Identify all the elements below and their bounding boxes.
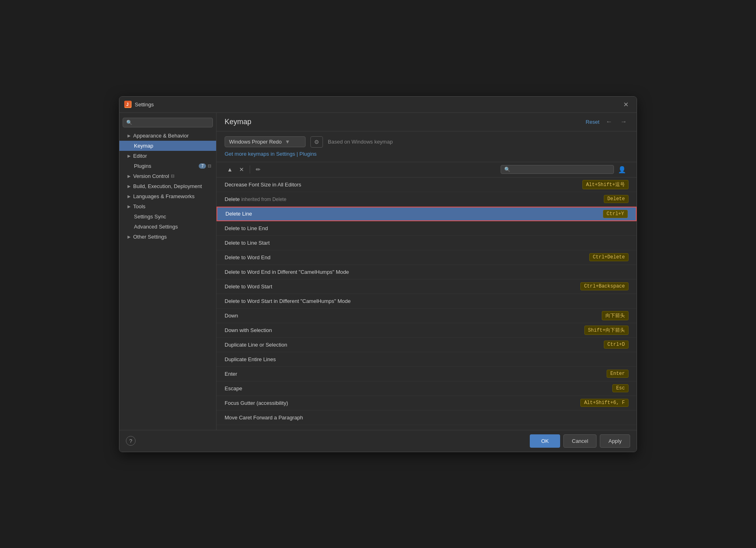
apply-button[interactable]: Apply <box>600 434 630 448</box>
keymap-list: Decrease Font Size in All Editors Alt+Sh… <box>217 178 637 430</box>
edit-button[interactable]: ✏ <box>253 165 263 174</box>
action-name: Delete to Word End in Different "CamelHu… <box>225 269 629 275</box>
sidebar-item-build[interactable]: ▶ Build, Execution, Deployment <box>119 181 216 191</box>
table-row[interactable]: Duplicate Line or Selection Ctrl+D <box>217 338 637 352</box>
action-name: Move Caret Forward a Paragraph <box>225 415 629 421</box>
sidebar-item-plugins[interactable]: Plugins 7 ⊟ <box>119 161 216 171</box>
sidebar-item-keymap[interactable]: Keymap <box>119 141 216 151</box>
table-row[interactable]: Delete to Word End in Different "CamelHu… <box>217 265 637 279</box>
vc-panel-icon: ⊟ <box>171 173 174 179</box>
app-icon: J <box>124 101 132 108</box>
sidebar-item-advanced-settings[interactable]: Advanced Settings <box>119 222 216 232</box>
help-button[interactable]: ? <box>126 436 136 446</box>
settings-dialog: J Settings ✕ 🔍 ▶ Appearance & Behavior K… <box>119 96 637 452</box>
expand-arrow-languages: ▶ <box>127 194 131 199</box>
shortcut-badge: Ctrl+Backspace <box>580 282 629 290</box>
action-name: Delete to Line End <box>225 225 629 231</box>
plugins-label: Plugins <box>134 163 151 169</box>
inherited-label: inherited from Delete <box>241 197 286 202</box>
sidebar-item-label: Appearance & Behavior <box>133 133 189 139</box>
table-row[interactable]: Focus Gutter (accessibility) Alt+Shift+6… <box>217 396 637 410</box>
keymap-description: Based on Windows keymap <box>328 139 393 145</box>
main-content: 🔍 ▶ Appearance & Behavior Keymap ▶ Edito… <box>119 113 637 430</box>
right-panel: Keymap Reset ← → Windows Proper Redo ▼ ⚙… <box>217 113 637 430</box>
sidebar-item-settings-sync[interactable]: Settings Sync <box>119 212 216 222</box>
expand-arrow-other: ▶ <box>127 235 131 239</box>
languages-label: Languages & Frameworks <box>133 193 195 199</box>
table-row[interactable]: Delete inherited from Delete Delete <box>217 192 637 207</box>
table-row[interactable]: Delete to Line End <box>217 221 637 236</box>
keymap-controls: Windows Proper Redo ▼ ⚙ Based on Windows… <box>217 131 637 162</box>
action-name: Down with Selection <box>225 327 584 333</box>
shortcut-badge: Ctrl+Y <box>603 210 628 218</box>
expand-arrow-appearance: ▶ <box>127 133 131 138</box>
search-wrap: 🔍 <box>501 165 614 174</box>
table-row[interactable]: Delete to Line Start <box>217 236 637 250</box>
gear-button[interactable]: ⚙ <box>310 136 323 148</box>
get-more-link[interactable]: Get more keymaps in Settings | Plugins <box>225 151 316 157</box>
table-row[interactable]: Duplicate Entire Lines <box>217 352 637 367</box>
move-up-button[interactable]: ▲ <box>225 165 235 174</box>
action-name: Delete Line <box>225 211 603 217</box>
table-row[interactable]: Escape Esc <box>217 381 637 396</box>
action-name: Delete to Word Start <box>225 284 580 290</box>
action-name: Delete to Word Start in Different "Camel… <box>225 298 629 304</box>
title-bar: J Settings ✕ <box>119 97 637 113</box>
shortcut-badge: Esc <box>612 384 629 392</box>
table-row[interactable]: Enter Enter <box>217 367 637 381</box>
keymap-search-input[interactable] <box>512 167 610 172</box>
expand-arrow-tools: ▶ <box>127 204 131 209</box>
action-name: Delete to Line Start <box>225 240 629 246</box>
table-row[interactable]: Delete to Word Start Ctrl+Backspace <box>217 279 637 294</box>
table-row[interactable]: Down 向下箭头 <box>217 309 637 323</box>
shortcut-badge: Ctrl+Delete <box>589 253 629 261</box>
sidebar-search-input[interactable] <box>134 120 209 125</box>
action-name: Duplicate Entire Lines <box>225 356 629 362</box>
get-more-row: Get more keymaps in Settings | Plugins <box>225 151 629 157</box>
bottom-buttons: OK Cancel Apply <box>530 434 630 448</box>
table-row[interactable]: Decrease Font Size in All Editors Alt+Sh… <box>217 178 637 192</box>
sidebar-item-languages[interactable]: ▶ Languages & Frameworks <box>119 191 216 201</box>
shortcut-badge: 向下箭头 <box>602 311 629 320</box>
table-row[interactable]: Move Caret Forward a Paragraph <box>217 410 637 425</box>
keymap-dropdown[interactable]: Windows Proper Redo ▼ <box>225 136 306 147</box>
table-row[interactable]: Delete to Word Start in Different "Camel… <box>217 294 637 309</box>
shortcut-badge: Shift+向下箭头 <box>584 326 629 335</box>
table-row[interactable]: Delete Line Ctrl+Y <box>217 207 637 221</box>
shortcut-badge: Ctrl+D <box>604 341 629 349</box>
nav-back-button[interactable]: ← <box>604 118 614 125</box>
table-row[interactable]: Down with Selection Shift+向下箭头 <box>217 323 637 338</box>
panel-title: Keymap <box>225 118 251 126</box>
table-row[interactable]: Move Caret Forward a Paragraph with Sele… <box>217 425 637 430</box>
sidebar-item-appearance[interactable]: ▶ Appearance & Behavior <box>119 131 216 141</box>
ok-button[interactable]: OK <box>530 434 560 448</box>
close-button[interactable]: ✕ <box>620 99 632 110</box>
action-name: Duplicate Line or Selection <box>225 342 604 348</box>
dropdown-chevron-icon: ▼ <box>285 139 290 145</box>
nav-forward-button[interactable]: → <box>619 118 629 125</box>
user-filter-button[interactable]: 👤 <box>616 165 629 175</box>
sidebar-item-other-settings[interactable]: ▶ Other Settings <box>119 232 216 242</box>
sidebar-item-editor[interactable]: ▶ Editor <box>119 151 216 161</box>
advanced-settings-label: Advanced Settings <box>134 224 178 230</box>
panel-header: Keymap Reset ← → <box>217 113 637 131</box>
sidebar-item-version-control[interactable]: ▶ Version Control ⊟ <box>119 171 216 181</box>
shortcut-badge: Delete <box>604 195 629 203</box>
reset-button[interactable]: Reset <box>586 119 599 125</box>
plugins-panel-icon: ⊟ <box>208 163 211 169</box>
toolbar-separator <box>250 165 250 173</box>
remove-button[interactable]: ✕ <box>237 165 246 174</box>
keymap-row1: Windows Proper Redo ▼ ⚙ Based on Windows… <box>225 136 629 148</box>
cancel-button[interactable]: Cancel <box>563 434 597 448</box>
keymap-selected-name: Windows Proper Redo <box>229 139 282 145</box>
shortcut-badge: Alt+Shift+6, F <box>580 399 629 407</box>
settings-sync-label: Settings Sync <box>134 214 166 220</box>
sidebar-search-box[interactable]: 🔍 <box>123 118 213 127</box>
sidebar: 🔍 ▶ Appearance & Behavior Keymap ▶ Edito… <box>119 113 217 430</box>
action-name: Delete to Word End <box>225 254 589 260</box>
table-row[interactable]: Delete to Word End Ctrl+Delete <box>217 250 637 265</box>
expand-arrow-vc: ▶ <box>127 174 131 178</box>
sidebar-item-tools[interactable]: ▶ Tools <box>119 201 216 212</box>
expand-arrow-editor: ▶ <box>127 154 131 158</box>
search-prefix-icon: 🔍 <box>504 167 510 172</box>
